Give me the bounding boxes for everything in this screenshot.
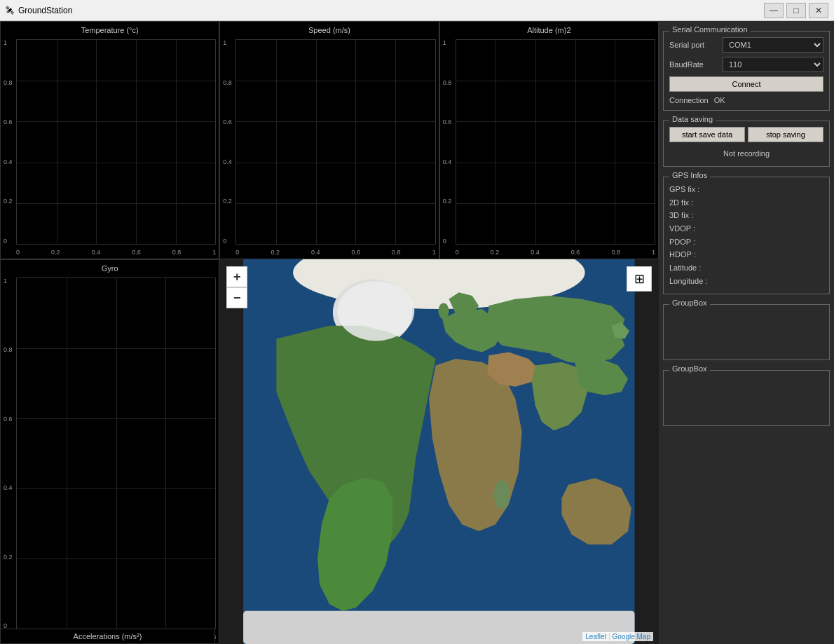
group-box-1-title: GroupBox	[669, 299, 710, 307]
gps-2d-fix-row: 2D fix :	[669, 196, 823, 210]
connection-label: Connection	[669, 96, 709, 104]
left-panel: Temperature (°c) 10.80.60.40.20 00.20.40…	[0, 21, 659, 644]
speed-chart: Speed (m/s) 10.80.60.40.20 00.20.40.60.8…	[219, 21, 439, 259]
temperature-y-labels: 10.80.60.40.20	[4, 39, 13, 245]
stop-saving-button[interactable]: stop saving	[748, 127, 823, 142]
zoom-out-button[interactable]: −	[226, 287, 247, 308]
svg-point-5	[439, 303, 449, 319]
serial-comm-title: Serial Communication	[669, 25, 751, 34]
speed-grid	[235, 39, 435, 245]
title-bar: 🛰 GroundStation — □ ✕	[0, 0, 834, 21]
svg-point-4	[494, 480, 510, 509]
layer-icon: ⊞	[634, 271, 645, 287]
serial-port-row: Serial port COM1 COM2 COM3 COM4	[669, 37, 823, 53]
temperature-grid	[16, 39, 216, 245]
leaflet-link[interactable]: Leaflet	[585, 633, 606, 640]
gps-3d-fix-row: 3D fix :	[669, 209, 823, 222]
temperature-x-labels: 00.20.40.60.81	[16, 249, 216, 256]
map-area: + − ⊞ Leaflet | Google Map	[219, 259, 659, 644]
connect-button[interactable]: Connect	[669, 76, 823, 92]
zoom-in-button[interactable]: +	[226, 266, 247, 287]
gps-infos-group: GPS Infos GPS fix : 2D fix : 3D fix : VD…	[663, 177, 830, 294]
data-saving-title: Data saving	[669, 115, 716, 123]
gps-vdop-row: VDOP :	[669, 222, 823, 235]
speed-y-labels: 10.80.60.40.20	[223, 39, 232, 245]
serial-comm-group: Serial Communication Serial port COM1 CO…	[663, 31, 830, 111]
recording-status: Not recording	[669, 146, 823, 160]
right-panel: Serial Communication Serial port COM1 CO…	[659, 21, 834, 644]
gps-longitude-row: Longitude :	[669, 275, 823, 288]
group-box-2-title: GroupBox	[669, 364, 710, 373]
title-bar-controls: — □ ✕	[764, 3, 828, 18]
altitude-title: Altitude (m)2	[527, 26, 570, 34]
gyro-grid	[16, 278, 216, 629]
gyro-title: Gyro	[102, 264, 118, 273]
app-icon: 🛰	[6, 6, 14, 15]
gyro-chart: Gyro 10.80.60.40.20 00.20.40.60.8	[0, 259, 219, 644]
gyro-y-labels: 10.80.60.40.20	[4, 278, 13, 629]
speed-x-labels: 00.20.40.60.81	[235, 249, 435, 256]
baud-rate-row: BaudRate 110 300 600 1200 2400 4800 9600…	[669, 57, 823, 72]
temperature-title: Temperature (°c)	[81, 26, 139, 34]
altitude-chart: Altitude (m)2 10.80.60.40.20 00.20.40.60…	[439, 21, 659, 259]
gps-fix-row: GPS fix :	[669, 183, 823, 196]
title-bar-left: 🛰 GroundStation	[6, 6, 72, 15]
gps-hdop-row: HDOP :	[669, 248, 823, 261]
close-button[interactable]: ✕	[809, 3, 828, 18]
data-saving-group: Data saving start save data stop saving …	[663, 121, 830, 167]
svg-rect-3	[243, 611, 634, 644]
speed-title: Speed (m/s)	[308, 26, 350, 34]
altitude-y-labels: 10.80.60.40.20	[443, 39, 452, 245]
layer-control-button[interactable]: ⊞	[627, 266, 652, 292]
baud-rate-label: BaudRate	[669, 60, 718, 69]
gps-latitude-row: Latitude :	[669, 261, 823, 275]
map-zoom-controls[interactable]: + −	[226, 266, 247, 308]
connection-status-value: OK	[714, 96, 725, 104]
main-container: Temperature (°c) 10.80.60.40.20 00.20.40…	[0, 21, 834, 644]
temperature-chart: Temperature (°c) 10.80.60.40.20 00.20.40…	[0, 21, 219, 259]
serial-port-label: Serial port	[669, 41, 718, 49]
serial-port-select[interactable]: COM1 COM2 COM3 COM4	[723, 37, 823, 53]
group-box-1: GroupBox	[663, 304, 830, 360]
maximize-button[interactable]: □	[786, 3, 806, 18]
world-map	[219, 259, 659, 644]
group-box-2: GroupBox	[663, 370, 830, 426]
map-attribution: Leaflet | Google Map	[582, 632, 653, 641]
svg-point-6	[338, 281, 415, 341]
altitude-grid	[456, 39, 655, 245]
save-buttons-row: start save data stop saving	[669, 127, 823, 142]
start-save-button[interactable]: start save data	[669, 127, 745, 142]
baud-rate-select[interactable]: 110 300 600 1200 2400 4800 9600 14400 19…	[723, 57, 823, 72]
gps-infos-title: GPS Infos	[669, 171, 710, 179]
altitude-x-labels: 00.20.40.60.81	[456, 249, 655, 256]
accelerations-label: Accelerations (m/s²)	[0, 629, 215, 644]
minimize-button[interactable]: —	[764, 3, 784, 18]
gps-pdop-row: PDOP :	[669, 235, 823, 249]
google-map-link[interactable]: Google Map	[613, 633, 650, 640]
connection-status-row: Connection OK	[669, 96, 823, 104]
app-title: GroundStation	[18, 6, 72, 15]
